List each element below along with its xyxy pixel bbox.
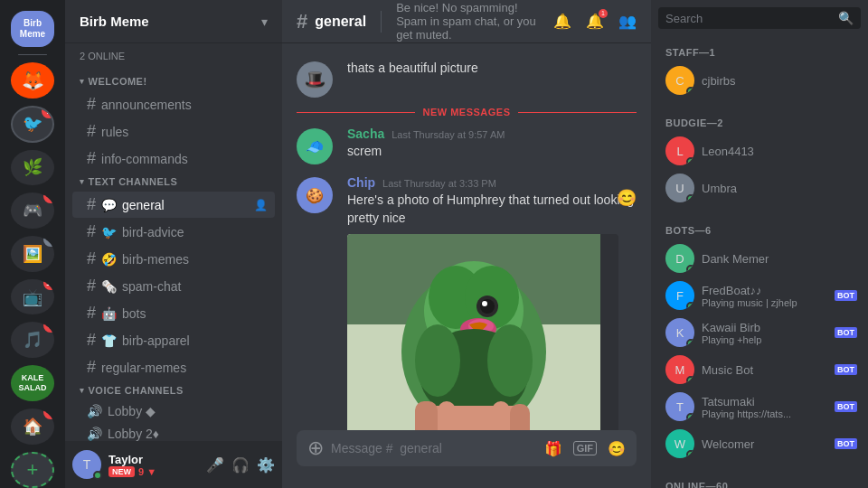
server-header[interactable]: Birb Meme ▾ [65, 0, 282, 43]
channel-info-commands[interactable]: # info-commands [72, 145, 275, 172]
svg-rect-16 [510, 404, 530, 430]
bot-badge: BOT [835, 438, 857, 449]
server-icon-reddit[interactable]: 🦊 [11, 62, 54, 99]
server-icon-1[interactable]: 1 🐦 [11, 106, 54, 142]
member-status-text: Playing music | zjhelp [702, 297, 827, 308]
member-item-welcomer[interactable]: W Welcomer BOT [655, 426, 864, 462]
channel-birb-apparel[interactable]: # 👕 birb-apparel [72, 327, 275, 353]
divider-line-left [297, 112, 415, 113]
message-avatar: 🧢 [297, 128, 333, 164]
member-item-dank-memer[interactable]: D Dank Memer [655, 240, 864, 277]
emoji-picker-button[interactable]: 😊 [608, 440, 626, 457]
server-icon-6[interactable]: 2 🎵 [11, 322, 54, 358]
input-right-icons: 🎁 GIF 😊 [544, 440, 626, 457]
avatar-letter: T [676, 400, 684, 414]
channel-lobby[interactable]: 🔊 Lobby ◆ [72, 400, 275, 422]
svg-point-7 [480, 299, 495, 314]
server-icon-5[interactable]: 15 📺 [11, 279, 54, 315]
mention-bell-icon[interactable]: 🔔1 [586, 13, 604, 30]
svg-point-8 [482, 301, 487, 306]
server-icon-4[interactable]: ! 🖼️ [11, 236, 54, 272]
category-label: VOICE CHANNELS [89, 385, 184, 396]
member-info: Kawaii Birb Playing +help [702, 321, 827, 345]
mic-button[interactable]: 🎤 [206, 456, 224, 474]
member-item-leon4413[interactable]: L Leon4413 [655, 133, 864, 169]
member-status-text: Playing +help [702, 334, 827, 345]
channel-birb-memes[interactable]: # 🤣 birb-memes [72, 246, 275, 272]
section-title-bots: BOTS—6 [651, 221, 868, 239]
member-info: Dank Memer [702, 252, 857, 266]
channel-lobby2[interactable]: 🔊 Lobby 2♦ [72, 423, 275, 441]
avatar-letter: W [675, 437, 685, 451]
channel-spam-chat[interactable]: # 🗞️ spam-chat [72, 273, 275, 299]
header-divider [381, 11, 382, 33]
channel-topic: Be nice! No spamming! Spam in spam chat,… [396, 1, 546, 42]
channel-name: Lobby 2♦ [108, 427, 268, 441]
bell-icon[interactable]: 🔔 [553, 13, 571, 30]
channel-emoji-icon: 🗞️ [101, 279, 117, 294]
member-name: Umbra [702, 182, 857, 195]
channel-bots[interactable]: # 🤖 bots [72, 300, 275, 326]
channel-general[interactable]: # 💬 general 👤 [72, 192, 275, 218]
hash-icon: # [87, 331, 96, 350]
message-input[interactable] [331, 430, 537, 466]
headphone-button[interactable]: 🎧 [231, 456, 250, 474]
server-icon-kale[interactable]: KALESALAD [11, 365, 54, 401]
member-status-indicator [686, 265, 694, 273]
add-file-button[interactable]: ⊕ [307, 436, 324, 460]
bot-badge: BOT [835, 401, 857, 412]
category-text[interactable]: ▾ TEXT CHANNELS [65, 173, 282, 191]
channel-emoji-icon: 👕 [101, 333, 117, 348]
member-info: cjbirbs [702, 74, 857, 88]
member-item-cjbirbs[interactable]: C cjbirbs [655, 62, 864, 99]
gift-icon[interactable]: 🎁 [544, 440, 562, 457]
server-icon-birb[interactable]: BirbMeme [11, 11, 54, 47]
category-voice[interactable]: ▾ VOICE CHANNELS [65, 381, 282, 399]
user-controls: 🎤 🎧 ⚙️ [206, 456, 275, 474]
channel-name: announcements [101, 98, 268, 112]
category-welcome[interactable]: ▾ WELCOME! [65, 72, 282, 90]
member-name: Music Bot [702, 363, 827, 377]
server-icon-3[interactable]: 6 🎮 [11, 192, 54, 229]
member-name: Tatsumaki [702, 395, 827, 408]
hash-icon: # [87, 249, 96, 268]
member-name: Dank Memer [702, 252, 857, 266]
server-icon-2[interactable]: 🌿 [11, 150, 54, 186]
member-item-fredboat[interactable]: F FredBoat♪♪ Playing music | zjhelp BOT [655, 277, 864, 314]
notification-count: 9 ▼ [138, 466, 156, 477]
channel-bird-advice[interactable]: # 🐦 bird-advice [72, 219, 275, 245]
server-icon-7[interactable]: 9 🏠 [11, 408, 54, 445]
channel-name: birb-memes [122, 252, 268, 267]
bot-badge: BOT [835, 327, 857, 338]
gif-button[interactable]: GIF [573, 441, 597, 455]
avatar-letter: F [676, 289, 684, 303]
member-item-kawaii-birb[interactable]: K Kawaii Birb Playing +help BOT [655, 314, 864, 351]
member-name: Welcomer [702, 437, 827, 451]
message-avatar: 🎩 [297, 61, 333, 98]
hash-icon: # [87, 304, 96, 323]
channel-announcements[interactable]: # announcements [72, 91, 275, 117]
settings-button[interactable]: ⚙️ [257, 456, 275, 474]
parrot-svg [347, 234, 600, 430]
avatar-letter: M [675, 363, 685, 377]
members-icon[interactable]: 👥 [618, 13, 637, 30]
avatar-letter: K [676, 326, 684, 340]
user-status [93, 471, 102, 480]
category-arrow: ▾ [80, 386, 85, 395]
avatar-icon: 🎩 [304, 69, 326, 90]
search-input[interactable] [665, 12, 835, 25]
member-item-umbra[interactable]: U Umbra [655, 170, 864, 206]
member-info: Welcomer [702, 437, 827, 451]
member-avatar: W [665, 429, 694, 458]
member-item-tatsumaki[interactable]: T Tatsumaki Playing https://tats... BOT [655, 389, 864, 425]
channel-emoji-icon: 🐦 [101, 225, 117, 239]
message-text: thats a beautiful picture [347, 60, 637, 78]
avatar-letter: 🧢 [306, 138, 324, 155]
channel-rules[interactable]: # rules [72, 118, 275, 145]
member-item-music-bot[interactable]: M Music Bot BOT [655, 352, 864, 388]
server-icon-add[interactable]: + [11, 452, 54, 488]
svg-rect-14 [438, 401, 456, 430]
emoji-reaction-button[interactable]: 😊 [617, 188, 637, 208]
member-info: Music Bot [702, 363, 827, 377]
channel-regular-memes[interactable]: # regular-memes [72, 354, 275, 380]
